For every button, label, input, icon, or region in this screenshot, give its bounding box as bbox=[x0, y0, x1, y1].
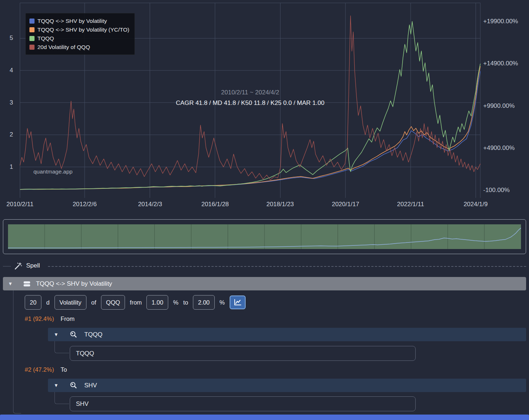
legend-item[interactable]: TQQQ <-> SHV by Volatility bbox=[29, 17, 129, 25]
legend-label: TQQQ <-> SHV by Volatility (YC/TO) bbox=[37, 26, 129, 33]
from-unit-label: % bbox=[173, 299, 178, 306]
legend-item[interactable]: 20d Volatility of QQQ bbox=[29, 43, 129, 51]
chart-navigator[interactable] bbox=[3, 219, 526, 254]
window-unit-label: d bbox=[46, 299, 49, 306]
collapse-triangle-icon[interactable]: ▼ bbox=[8, 281, 13, 286]
y-axis-label-left: 1 bbox=[0, 163, 16, 171]
branch-1-label: #1 (92.4%) From bbox=[25, 315, 74, 322]
spell-rule-left bbox=[3, 266, 11, 266]
magic-wand-icon bbox=[14, 262, 23, 272]
legend-item[interactable]: TQQQ <-> SHV by Volatility (YC/TO) bbox=[29, 25, 129, 34]
legend-item[interactable]: TQQQ bbox=[29, 34, 129, 42]
chart-legend: TQQQ <-> SHV by VolatilityTQQQ <-> SHV b… bbox=[25, 13, 135, 55]
symbol-select[interactable]: QQQ bbox=[101, 295, 125, 310]
y-axis-label-left: 5 bbox=[0, 34, 16, 42]
to-unit-label: % bbox=[219, 299, 225, 306]
x-axis-label: 2012/2/6 bbox=[59, 201, 110, 208]
asset-1-ticker-input[interactable] bbox=[70, 346, 416, 361]
legend-swatch bbox=[29, 27, 35, 32]
bottom-action-bar[interactable] bbox=[0, 415, 529, 420]
indicator-select[interactable]: Volatility bbox=[54, 295, 87, 310]
branch-2-tag: #2 (47.2%) bbox=[25, 366, 54, 373]
legend-swatch bbox=[29, 45, 35, 50]
window-days-input[interactable]: 20 bbox=[25, 295, 41, 310]
chart-stats: CAGR 41.8 / MD 41.8 / K50 11.8 / K25 0.0… bbox=[20, 99, 480, 107]
asset-2-title: SHV bbox=[84, 382, 97, 389]
asset-1-header[interactable]: ▼ TQQQ bbox=[48, 328, 526, 341]
from-label: from bbox=[130, 299, 142, 306]
indicator-chart-button[interactable] bbox=[230, 295, 246, 309]
line-chart-icon bbox=[233, 298, 242, 307]
spell-label: Spell bbox=[26, 262, 40, 269]
legend-swatch bbox=[29, 19, 35, 24]
y-axis-label-left: 4 bbox=[0, 67, 16, 74]
quantmage-app: TQQQ <-> SHV by VolatilityTQQQ <-> SHV b… bbox=[0, 0, 529, 420]
x-axis-label: 2020/1/17 bbox=[320, 201, 371, 208]
navigator-canvas[interactable] bbox=[8, 224, 521, 249]
stacked-cards-icon bbox=[23, 280, 31, 288]
magnifier-icon bbox=[70, 382, 77, 389]
legend-label: TQQQ bbox=[37, 35, 54, 42]
x-axis-label: 2018/1/23 bbox=[255, 201, 306, 208]
tree-connector-elbow bbox=[54, 392, 69, 404]
branch-1-name: From bbox=[61, 315, 75, 322]
x-axis-label: 2016/1/28 bbox=[190, 201, 241, 208]
watermark: quantmage.app bbox=[33, 168, 73, 175]
from-value-input[interactable]: 1.00 bbox=[146, 295, 168, 310]
y-axis-label-left: 3 bbox=[0, 99, 16, 106]
y-axis-label-right: +19900.00% bbox=[483, 18, 529, 25]
asset-2-header[interactable]: ▼ SHV bbox=[48, 379, 526, 392]
chart-date-range: 2010/2/11 ~ 2024/4/2 bbox=[20, 89, 480, 96]
block-title: TQQQ <-> SHV by Volatility bbox=[36, 280, 112, 288]
y-axis-label-left: 2 bbox=[0, 131, 16, 138]
branch-1-tag: #1 (92.4%) bbox=[25, 315, 54, 322]
collapse-triangle-icon[interactable]: ▼ bbox=[54, 383, 58, 388]
legend-label: 20d Volatility of QQQ bbox=[37, 44, 90, 50]
x-axis-label: 2022/1/11 bbox=[385, 201, 436, 208]
to-value-input[interactable]: 2.00 bbox=[193, 295, 215, 310]
branch-2-label: #2 (47.2%) To bbox=[25, 366, 67, 373]
collapse-triangle-icon[interactable]: ▼ bbox=[54, 332, 58, 337]
asset-1-title: TQQQ bbox=[84, 331, 102, 338]
spell-section-header: Spell bbox=[0, 261, 529, 271]
legend-swatch bbox=[29, 36, 35, 41]
spell-rule bbox=[48, 266, 526, 267]
y-axis-label-right: +4900.00% bbox=[483, 144, 529, 152]
condition-row: 20 d Volatility of QQQ from 1.00 % to 2.… bbox=[25, 295, 246, 310]
x-axis-label: 2010/2/11 bbox=[0, 201, 45, 208]
magnifier-icon bbox=[70, 331, 77, 338]
y-axis-label-right: +14900.00% bbox=[483, 60, 529, 67]
performance-chart: TQQQ <-> SHV by VolatilityTQQQ <-> SHV b… bbox=[0, 0, 529, 214]
spell-block-header[interactable]: ▼ TQQQ <-> SHV by Volatility bbox=[3, 277, 526, 290]
of-label: of bbox=[91, 299, 96, 306]
x-axis-label: 2024/1/9 bbox=[450, 201, 501, 208]
legend-label: TQQQ <-> SHV by Volatility bbox=[37, 18, 107, 24]
y-axis-label-right: -100.00% bbox=[483, 187, 529, 194]
y-axis-label-right: +9900.00% bbox=[483, 102, 529, 110]
asset-2-ticker-input[interactable] bbox=[70, 396, 416, 411]
tree-connector-main bbox=[13, 290, 21, 413]
to-label: to bbox=[183, 299, 188, 306]
branch-2-name: To bbox=[61, 366, 67, 373]
tree-connector-elbow bbox=[54, 341, 69, 353]
x-axis-label: 2014/2/3 bbox=[125, 201, 175, 208]
